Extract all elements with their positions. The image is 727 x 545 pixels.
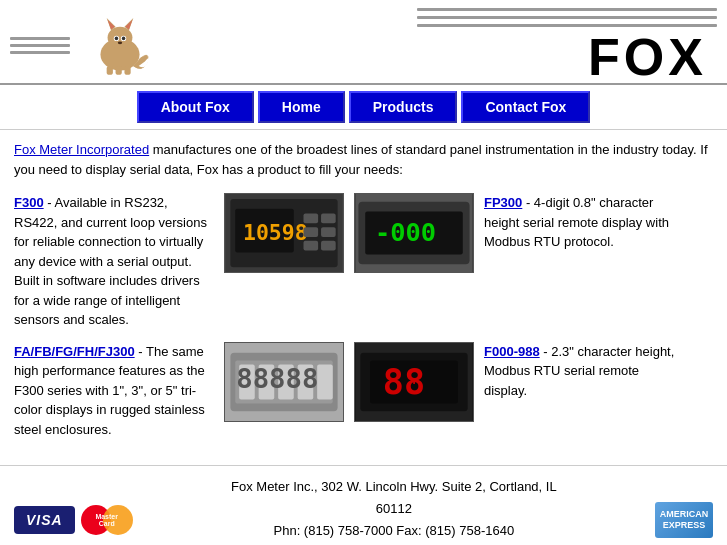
- product-row-1: F300 - Available in RS232, RS422, and cu…: [14, 193, 713, 330]
- header-right: FOX: [417, 8, 717, 83]
- logo-line-2: [10, 44, 70, 47]
- amex-line1: AMERICAN: [660, 509, 709, 521]
- svg-rect-13: [124, 66, 130, 75]
- fp300-description: FP300 - 4-digit 0.8" character height se…: [484, 193, 684, 252]
- svg-text:88888: 88888: [236, 362, 318, 393]
- page-footer: VISA MasterCard Fox Meter Inc., 302 W. L…: [0, 465, 727, 545]
- svg-rect-20: [304, 241, 319, 251]
- fp300-image: -000: [354, 193, 474, 273]
- visa-card: VISA: [14, 506, 75, 534]
- fa-image: 88888: [224, 342, 344, 422]
- svg-point-8: [115, 37, 119, 41]
- f300-image: 10598: [224, 193, 344, 273]
- svg-rect-11: [107, 66, 113, 75]
- header-line-r-2: [417, 16, 717, 19]
- svg-text:10598: 10598: [243, 220, 308, 245]
- f300-text: - Available in RS232, RS422, and current…: [14, 195, 207, 327]
- main-content: Fox Meter Incorporated manufactures one …: [0, 130, 727, 465]
- mastercard-card: MasterCard: [81, 504, 133, 536]
- svg-rect-12: [116, 66, 122, 75]
- svg-text:88: 88: [383, 360, 425, 401]
- logo-lines-left: [10, 37, 70, 54]
- logo-line-1: [10, 37, 70, 40]
- phone-fax: Phn: (815) 758-7000 Fax: (815) 758-1640: [133, 520, 655, 542]
- svg-rect-21: [321, 214, 336, 224]
- f000-description: F000-988 - 2.3" character height, Modbus…: [484, 342, 684, 401]
- svg-rect-35: [317, 364, 333, 399]
- fox-brand-title: FOX: [588, 31, 707, 83]
- header-line-r-1: [417, 8, 717, 11]
- address-line2: 60112: [133, 498, 655, 520]
- amex-card: AMERICAN EXPRESS: [655, 502, 713, 538]
- page-header: FOX: [0, 0, 727, 85]
- f300-description: F300 - Available in RS232, RS422, and cu…: [14, 193, 214, 330]
- svg-rect-19: [304, 227, 319, 237]
- nav-products[interactable]: Products: [349, 91, 458, 123]
- header-lines-right: [417, 8, 717, 27]
- fp300-link[interactable]: FP300: [484, 195, 522, 210]
- intro-paragraph: Fox Meter Incorporated manufactures one …: [14, 140, 713, 179]
- header-line-r-3: [417, 24, 717, 27]
- address-line1: Fox Meter Inc., 302 W. Lincoln Hwy. Suit…: [133, 476, 655, 498]
- mc-label: MasterCard: [95, 513, 118, 528]
- nav-about[interactable]: About Fox: [137, 91, 254, 123]
- logo-line-3: [10, 51, 70, 54]
- svg-point-10: [118, 42, 122, 45]
- fa-link[interactable]: FA/FB/FG/FH/FJ300: [14, 344, 135, 359]
- product-row-2: FA/FB/FG/FH/FJ300 - The same high perfor…: [14, 342, 713, 440]
- svg-text:.: .: [410, 370, 418, 386]
- nav-contact[interactable]: Contact Fox: [461, 91, 590, 123]
- fox-logo-image: [80, 13, 160, 78]
- products-grid: F300 - Available in RS232, RS422, and cu…: [14, 193, 713, 439]
- svg-rect-23: [321, 241, 336, 251]
- f000-link[interactable]: F000-988: [484, 344, 540, 359]
- header-left: [10, 13, 160, 78]
- payment-cards: VISA MasterCard: [14, 504, 133, 536]
- main-navigation: About Fox Home Products Contact Fox: [0, 85, 727, 130]
- svg-point-9: [122, 37, 126, 41]
- fa-description: FA/FB/FG/FH/FJ300 - The same high perfor…: [14, 342, 214, 440]
- amex-line2: EXPRESS: [663, 520, 706, 532]
- svg-rect-18: [304, 214, 319, 224]
- svg-text:-000: -000: [375, 217, 436, 247]
- company-link[interactable]: Fox Meter Incorporated: [14, 142, 149, 157]
- svg-rect-22: [321, 227, 336, 237]
- f000-image: 88 .: [354, 342, 474, 422]
- f300-link[interactable]: F300: [14, 195, 44, 210]
- nav-home[interactable]: Home: [258, 91, 345, 123]
- footer-address: Fox Meter Inc., 302 W. Lincoln Hwy. Suit…: [133, 476, 655, 545]
